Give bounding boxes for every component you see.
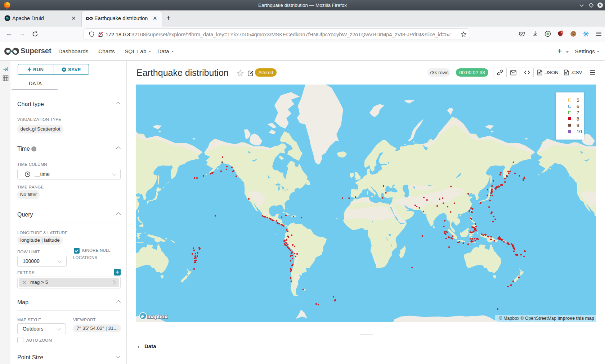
svg-text:2: 2 <box>561 31 563 33</box>
svg-text:mapbox: mapbox <box>147 314 167 319</box>
